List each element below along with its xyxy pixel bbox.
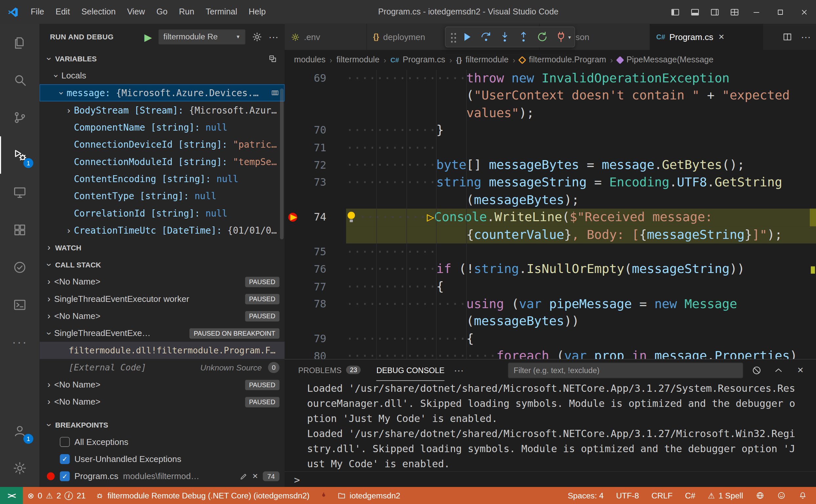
breakpoint-checkbox[interactable]: [60, 437, 70, 447]
code-editor[interactable]: 69················throw new InvalidOpera…: [284, 70, 816, 359]
variable-row[interactable]: ConnectionModuleId [string]: "tempSe…: [39, 153, 284, 170]
breakpoint-checkbox[interactable]: ✓: [60, 454, 70, 464]
menu-terminal[interactable]: Terminal: [200, 0, 243, 24]
section-sash[interactable]: [39, 410, 284, 416]
section-header-watch[interactable]: ›WATCH: [39, 239, 284, 256]
thread-row[interactable]: ›<No Name>PAUSED: [39, 307, 284, 325]
code-line[interactable]: 78················using (var pipeMessage…: [284, 296, 816, 313]
tab--env[interactable]: .env: [284, 24, 367, 50]
customize-layout-icon[interactable]: [724, 0, 744, 24]
line-number[interactable]: 79: [302, 330, 326, 348]
menu-go[interactable]: Go: [151, 0, 173, 24]
remove-breakpoint-icon[interactable]: ×: [252, 471, 258, 482]
breadcrumb-item[interactable]: {}filtermodule: [456, 55, 509, 65]
breadcrumb-item[interactable]: PipeMessage(Message: [617, 55, 714, 65]
thread-row[interactable]: ›SingleThreadEventExecutor workerPAUSED: [39, 290, 284, 307]
panel-more-actions-icon[interactable]: ···: [454, 365, 464, 376]
menu-help[interactable]: Help: [243, 0, 271, 24]
line-number[interactable]: 71: [302, 139, 326, 157]
code-line[interactable]: (messageBytes);: [284, 191, 816, 209]
edit-breakpoint-icon[interactable]: [239, 472, 247, 480]
memory-view-icon[interactable]: [270, 89, 279, 97]
glyph-margin[interactable]: [284, 139, 302, 157]
variable-row[interactable]: CorrelationId [string]: null: [39, 204, 284, 221]
web-status[interactable]: [751, 487, 769, 504]
code-line[interactable]: 73············string messageString = Enc…: [284, 174, 816, 191]
glyph-margin[interactable]: [284, 278, 302, 296]
code-line[interactable]: 74·········▷Console.WriteLine($"Received…: [284, 209, 816, 226]
code-line[interactable]: ("UserContext doesn't contain " + "expec…: [284, 87, 816, 104]
code-line[interactable]: 77············{: [284, 278, 816, 296]
drag-handle[interactable]: [450, 31, 457, 43]
line-number[interactable]: 74: [302, 209, 326, 226]
line-number[interactable]: [302, 104, 326, 122]
section-header-breakpoints[interactable]: ›BREAKPOINTS: [39, 416, 284, 433]
variable-row[interactable]: ContentEncoding [string]: null: [39, 170, 284, 187]
step-into-button[interactable]: [495, 28, 514, 46]
activity-settings[interactable]: [0, 450, 39, 487]
remote-indicator[interactable]: ><: [0, 487, 23, 504]
menu-selection[interactable]: Selection: [75, 0, 121, 24]
lightbulb-icon[interactable]: [346, 211, 357, 224]
line-number[interactable]: [302, 226, 326, 243]
code-line[interactable]: 80····················foreach (var prop …: [284, 347, 816, 359]
line-number[interactable]: 73: [302, 174, 326, 191]
debug-config-select[interactable]: filtermodule Re▼: [158, 29, 245, 45]
breadcrumb-item[interactable]: filtermodule.Program: [520, 55, 606, 65]
glyph-margin[interactable]: [284, 243, 302, 261]
code-line[interactable]: 72············byte[] messageBytes = mess…: [284, 157, 816, 174]
line-number[interactable]: 69: [302, 70, 326, 87]
code-line[interactable]: values");: [284, 104, 816, 122]
thread-row[interactable]: ›<No Name>PAUSED: [39, 273, 284, 290]
feedback-status[interactable]: [772, 487, 790, 504]
glyph-margin[interactable]: [284, 330, 302, 348]
disconnect-button[interactable]: [552, 28, 571, 46]
line-number[interactable]: 77: [302, 278, 326, 296]
variable-row[interactable]: ConnectionDeviceId [string]: "patric…: [39, 136, 284, 153]
language-status[interactable]: C#: [680, 487, 700, 504]
stack-frame-row[interactable]: [External Code]Unknown Source0: [39, 359, 284, 376]
breadcrumb-item[interactable]: C#Program.cs: [390, 55, 445, 65]
activity-run-and-debug[interactable]: 1: [0, 136, 39, 174]
line-number[interactable]: [302, 87, 326, 104]
chevron-down-icon[interactable]: ▾: [568, 34, 571, 40]
restart-button[interactable]: [533, 28, 552, 46]
variable-row[interactable]: ›message: {Microsoft.Azure.Devices.…: [39, 84, 284, 101]
indentation-status[interactable]: Spaces: 4: [563, 487, 608, 504]
thread-row[interactable]: ›<No Name>PAUSED: [39, 393, 284, 410]
line-number[interactable]: 78: [302, 296, 326, 313]
variable-row[interactable]: ›Locals: [39, 67, 284, 84]
activity-remote-terminal[interactable]: [0, 286, 39, 324]
line-number[interactable]: 80: [302, 347, 326, 359]
glyph-margin[interactable]: [284, 226, 302, 243]
thread-row[interactable]: ›SingleThreadEventExe…PAUSED ON BREAKPOI…: [39, 325, 284, 342]
line-number[interactable]: 70: [302, 122, 326, 139]
breakpoint-checkbox[interactable]: ✓: [60, 471, 70, 481]
eol-status[interactable]: CRLF: [647, 487, 677, 504]
project-status[interactable]: iotedgemsdn2: [332, 487, 405, 504]
variable-row[interactable]: ›BodyStream [Stream]: {Microsoft.Azur…: [39, 101, 284, 118]
iotedge-status[interactable]: [314, 487, 332, 504]
variable-row[interactable]: ›CreationTimeUtc [DateTime]: {01/01/0…: [39, 221, 284, 239]
debug-console-input[interactable]: >: [284, 471, 816, 487]
close-panel-icon[interactable]: ×: [792, 364, 809, 376]
thread-row[interactable]: ›<No Name>PAUSED: [39, 376, 284, 393]
code-line[interactable]: 75············: [284, 243, 816, 261]
step-over-button[interactable]: [477, 28, 495, 46]
step-out-button[interactable]: [514, 28, 533, 46]
line-number[interactable]: 72: [302, 157, 326, 174]
line-number[interactable]: 75: [302, 243, 326, 261]
menu-run[interactable]: Run: [173, 0, 200, 24]
start-debugging-button[interactable]: ▶: [144, 31, 152, 43]
close-tab-icon[interactable]: ×: [719, 31, 724, 43]
spell-status[interactable]: ⚠1 Spell: [703, 487, 748, 504]
toggle-panel-icon[interactable]: [685, 0, 704, 24]
stack-frame-row[interactable]: filtermodule.dll!filtermodule.Program.F…: [39, 342, 284, 359]
panel-tab-debug-console[interactable]: DEBUG CONSOLE: [376, 360, 445, 381]
activity-search[interactable]: [0, 61, 39, 99]
activity-accounts[interactable]: 1: [0, 412, 39, 450]
close-button[interactable]: [792, 0, 816, 24]
glyph-margin[interactable]: [284, 87, 302, 104]
code-line[interactable]: {counterValue}, Body: [{messageString}]"…: [284, 226, 816, 243]
clear-console-icon[interactable]: [748, 365, 765, 375]
